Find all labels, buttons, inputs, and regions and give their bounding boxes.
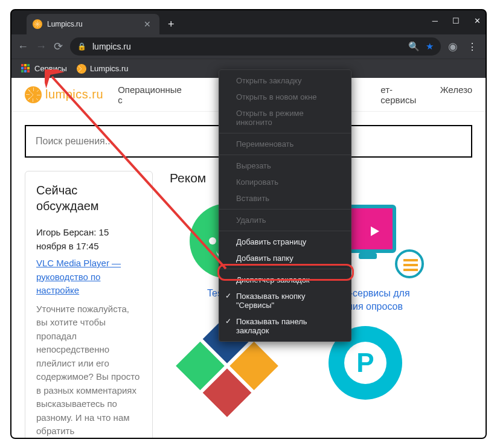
favicon-orange-icon [33,19,42,29]
nav-link-os[interactable]: Операционные с [118,85,185,105]
maximize-icon[interactable]: ☐ [452,16,460,25]
ctx-delete: Удалить [219,212,351,228]
logo-text: lumpics.ru [45,88,103,101]
ctx-add-page[interactable]: Добавить страницу [219,234,351,250]
ctx-copy: Копировать [219,174,351,190]
browser-tab[interactable]: Lumpics.ru ✕ [27,14,159,34]
comment-meta: Игорь Берсан: 15 ноября в 17:45 [36,226,141,253]
ctx-add-folder[interactable]: Добавить папку [219,250,351,266]
ctx-bookmark-manager[interactable]: Диспетчер закладок [219,272,351,288]
apps-grid-icon [21,64,31,74]
ctx-open-bookmark: Открыть закладку [219,72,351,89]
omnibox[interactable]: 🔒 lumpics.ru 🔍 ★ [70,37,441,56]
bookmark-label: Lumpics.ru [90,64,129,73]
bookmark-star-icon[interactable]: ★ [426,41,434,52]
comment-link[interactable]: VLC Media Player — руководство по настро… [36,257,141,298]
diamond-logo-icon [173,330,281,414]
back-icon[interactable]: ← [18,40,28,53]
comment-body: Уточните пожалуйста, вы хотите чтобы про… [36,302,141,438]
menu-dots-icon[interactable]: ⋮ [465,41,479,53]
nav-link-net[interactable]: ет-сервисы [380,85,425,105]
discuss-title: Сейчас обсуждаем [36,182,141,214]
ctx-show-services-button[interactable]: Показывать кнопку "Сервисы" [219,288,351,313]
bookmark-label: Сервисы [34,64,67,73]
rec-card-diamond[interactable] [170,330,284,414]
ctx-open-new-window: Открыть в новом окне [219,89,351,105]
titlebar: Lumpics.ru ✕ + ─ ☐ ✕ [11,10,486,34]
context-menu: Открыть закладку Открыть в новом окне От… [219,69,351,342]
reload-icon[interactable]: ⟳ [54,40,63,53]
ctx-rename: Переименовать [219,136,351,152]
rec-card-p[interactable]: P [305,330,420,414]
ctx-paste: Вставить [219,190,351,206]
p-logo-icon: P [308,330,417,414]
discuss-card: Сейчас обсуждаем Игорь Берсан: 15 ноября… [25,171,153,438]
close-window-icon[interactable]: ✕ [474,16,481,25]
new-tab-button[interactable]: + [168,18,175,31]
url-text: lumpics.ru [92,42,402,51]
bookmark-services[interactable]: Сервисы [21,64,67,74]
tab-title: Lumpics.ru [47,20,136,28]
orange-icon [77,64,86,74]
lock-icon[interactable]: 🔒 [77,42,86,51]
ctx-show-bookmarks-bar[interactable]: Показывать панель закладок [219,313,351,339]
site-logo[interactable]: lumpics.ru [25,86,103,103]
forward-icon: → [36,40,46,53]
search-icon[interactable]: 🔍 [408,41,420,52]
nav-link-hw[interactable]: Железо [440,85,472,105]
window-controls: ─ ☐ ✕ [432,16,481,25]
minimize-icon[interactable]: ─ [432,16,438,25]
close-tab-icon[interactable]: ✕ [141,18,153,30]
ctx-open-incognito: Открыть в режиме инкогнито [219,105,351,130]
ctx-cut: Вырезать [219,158,351,174]
address-bar: ← → ⟳ 🔒 lumpics.ru 🔍 ★ ◉ ⋮ [11,34,486,59]
logo-orange-icon [25,86,42,103]
account-icon[interactable]: ◉ [448,40,458,53]
bookmark-lumpics[interactable]: Lumpics.ru [77,64,129,74]
